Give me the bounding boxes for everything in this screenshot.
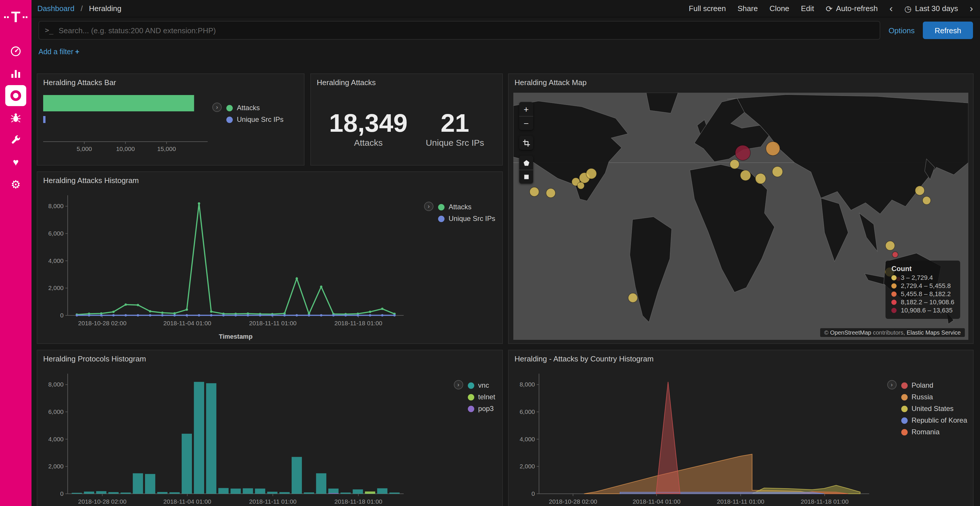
time-range-button[interactable]: ◷ Last 30 days <box>904 4 958 13</box>
filter-bar: Add a filter+ <box>32 43 980 62</box>
sidebar-item-settings[interactable]: ⚙ <box>0 174 32 195</box>
map-draw-rect-button[interactable] <box>519 170 533 184</box>
legend-item[interactable]: pop3 <box>468 404 495 413</box>
legend-item[interactable]: United States <box>901 404 967 413</box>
legend-label: Poland <box>912 381 933 389</box>
panel-title: Heralding Protocols Histogram <box>37 351 502 367</box>
legend-item[interactable]: 8,182.2 – 10,908.6 <box>892 298 955 306</box>
legend-toggle-icon[interactable]: › <box>887 380 896 389</box>
search-input[interactable] <box>59 26 874 35</box>
full-screen-button[interactable]: Full screen <box>689 4 726 13</box>
bar-chart-icon <box>10 68 22 79</box>
svg-text:2018-10-28 02:00: 2018-10-28 02:00 <box>78 320 127 327</box>
legend-item[interactable]: Romania <box>901 428 967 436</box>
legend-item[interactable]: Attacks <box>226 104 283 112</box>
legend-toggle-icon[interactable]: › <box>453 380 463 389</box>
legend-dot-icon <box>901 417 907 424</box>
auto-refresh-button[interactable]: ⟳ Auto-refresh <box>826 4 878 13</box>
legend-item[interactable]: vnc <box>468 381 495 389</box>
tpot-sidebar: T <box>0 0 32 506</box>
add-filter-link[interactable]: Add a filter+ <box>38 48 80 56</box>
elastic-maps-service-link[interactable]: Elastic Maps Service <box>907 329 961 336</box>
svg-text:6,000: 6,000 <box>519 408 535 415</box>
panel-attacks-bar: Heralding Attacks Bar 5,00010,00015,000 … <box>37 73 304 165</box>
rectangle-icon <box>522 173 530 181</box>
legend-label: Attacks <box>449 203 472 211</box>
map-zoom-in-button[interactable]: + <box>519 102 533 116</box>
legend-dot-icon <box>438 204 444 210</box>
svg-text:0: 0 <box>60 312 64 319</box>
telekom-logo[interactable]: T <box>4 3 27 30</box>
legend-items: AttacksUnique Src IPs <box>438 201 495 224</box>
metric-attacks: 18,349 Attacks <box>329 109 407 148</box>
edit-button[interactable]: Edit <box>801 4 814 13</box>
auto-refresh-label: Auto-refresh <box>836 4 878 13</box>
panel-protocols-histogram: Heralding Protocols Histogram 02,0004,00… <box>37 350 503 506</box>
legend-dot-icon <box>901 429 907 435</box>
draw-group <box>519 155 533 184</box>
gauge-icon <box>10 46 22 57</box>
sidebar-item-cockpit[interactable] <box>0 41 32 62</box>
svg-text:2018-11-04 01:00: 2018-11-04 01:00 <box>633 498 681 505</box>
legend-item[interactable]: Unique Src IPs <box>226 116 283 124</box>
legend-label: 5,455.8 – 8,182.2 <box>901 290 951 297</box>
legend-label: 8,182.2 – 10,908.6 <box>901 298 955 306</box>
legend-item[interactable]: Unique Src IPs <box>438 214 495 223</box>
map-draw-polygon-button[interactable] <box>519 155 533 170</box>
metric-unique-src-ips: 21 Unique Src IPs <box>426 109 484 148</box>
map-zoom-out-button[interactable]: − <box>519 116 533 130</box>
sidebar-item-tools[interactable] <box>0 129 32 151</box>
map-fit-bounds-button[interactable] <box>519 136 533 150</box>
panel-attacks-metric: Heralding Attacks 18,349 Attacks 21 Uniq… <box>310 73 503 165</box>
legend-dot-icon <box>226 105 233 111</box>
sidebar-item-dashboards-selected[interactable] <box>0 85 32 106</box>
legend: › AttacksUnique Src IPs <box>424 201 495 224</box>
legend-dot-icon <box>901 405 907 412</box>
options-link[interactable]: Options <box>888 26 915 35</box>
breadcrumb-dashboard-link[interactable]: Dashboard <box>37 4 75 13</box>
legend-dot-icon <box>468 382 474 389</box>
legend-items: vnctelnetpop3 <box>468 379 495 414</box>
legend-item[interactable]: 2,729.4 – 5,455.8 <box>892 282 955 289</box>
legend-dot-icon <box>892 291 897 297</box>
add-filter-label: Add a filter <box>38 48 73 56</box>
share-button[interactable]: Share <box>738 4 758 13</box>
sidebar-item-health[interactable]: ♥ <box>0 152 32 173</box>
legend-dot-icon <box>901 394 907 400</box>
legend-item[interactable]: 3 – 2,729.4 <box>892 274 955 281</box>
query-prompt-icon: >_ <box>45 26 53 34</box>
openstreetmap-link[interactable]: OpenStreetMap <box>830 329 871 336</box>
legend-item[interactable]: Russia <box>901 393 967 401</box>
svg-text:2018-11-11 01:00: 2018-11-11 01:00 <box>249 320 297 327</box>
legend-item[interactable]: 10,908.6 – 13,635 <box>892 307 955 314</box>
attack-map[interactable]: + − <box>513 93 968 340</box>
legend-item[interactable]: telnet <box>468 393 495 401</box>
legend-item[interactable]: Poland <box>901 381 967 389</box>
time-back-button[interactable]: ‹ <box>889 3 892 13</box>
legend-item[interactable]: 5,455.8 – 8,182.2 <box>892 290 955 297</box>
svg-text:8,000: 8,000 <box>48 381 64 388</box>
legend-toggle-icon[interactable]: › <box>424 202 433 211</box>
legend-items: PolandRussiaUnited StatesRepublic of Kor… <box>901 379 967 438</box>
legend-toggle-icon[interactable]: › <box>212 103 222 112</box>
legend-item[interactable]: Republic of Korea <box>901 416 967 424</box>
legend-dot-icon <box>468 394 474 400</box>
sidebar-item-attacks[interactable] <box>0 107 32 128</box>
top-nav: Dashboard / Heralding Full screen Share … <box>32 0 980 17</box>
clone-button[interactable]: Clone <box>769 4 789 13</box>
svg-text:2018-10-28 02:00: 2018-10-28 02:00 <box>549 498 597 505</box>
time-range-label: Last 30 days <box>915 4 958 13</box>
logo-dot <box>7 16 9 18</box>
zoom-group: + − <box>519 102 533 130</box>
kibana-dashboard: T <box>0 0 980 506</box>
panel-title: Heralding Attacks Bar <box>37 74 304 91</box>
refresh-button[interactable]: Refresh <box>923 22 973 39</box>
legend-item[interactable]: Attacks <box>438 203 495 211</box>
legend-label: 10,908.6 – 13,635 <box>901 307 953 314</box>
search-bar[interactable]: >_ <box>38 21 880 40</box>
time-forward-button[interactable]: › <box>970 3 973 13</box>
svg-text:Timestamp: Timestamp <box>219 333 253 340</box>
sidebar-item-visualize[interactable] <box>0 63 32 84</box>
svg-text:8,000: 8,000 <box>519 381 535 388</box>
legend: › PolandRussiaUnited StatesRepublic of K… <box>887 379 967 438</box>
